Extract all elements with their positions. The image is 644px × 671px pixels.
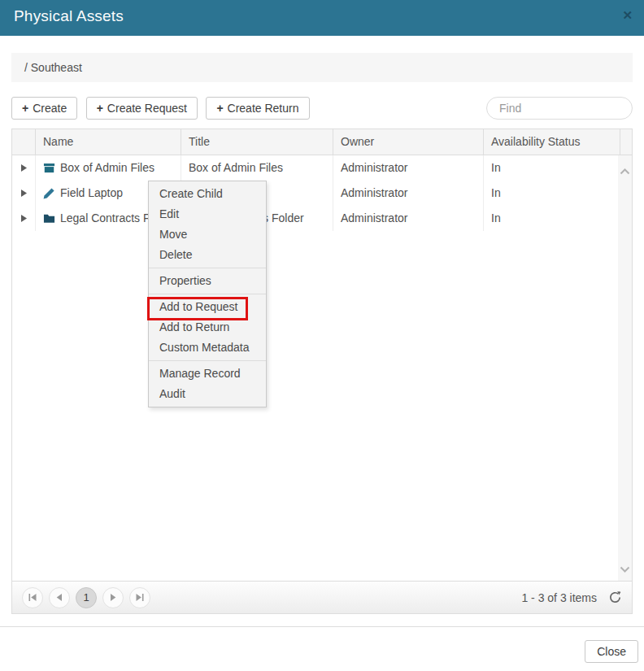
breadcrumb: / Southeast	[11, 53, 633, 82]
menu-item-move[interactable]: Move	[149, 224, 266, 245]
dialog-title: Physical Assets	[14, 7, 124, 25]
dialog-close-icon[interactable]: ✕	[622, 9, 633, 21]
refresh-icon	[608, 590, 622, 604]
create-request-button-label: Create Request	[107, 102, 187, 115]
scroll-down-icon[interactable]	[620, 561, 630, 573]
next-page-button[interactable]	[102, 587, 124, 608]
availability-cell: In	[484, 155, 620, 181]
last-page-icon	[136, 594, 144, 601]
archive-box-icon	[43, 162, 55, 174]
toolbar: +Create +Create Request +Create Return	[11, 97, 633, 120]
plus-icon: +	[22, 102, 28, 115]
asset-name: Box of Admin Files	[60, 155, 154, 181]
create-button[interactable]: +Create	[11, 97, 77, 120]
availability-cell: In	[484, 181, 620, 206]
table-row-field-laptop[interactable]: Field Laptop Field Laptop Administrator …	[12, 181, 632, 206]
asset-name: Field Laptop	[60, 181, 123, 206]
next-page-icon	[110, 594, 116, 601]
first-page-icon	[28, 594, 37, 601]
plus-icon: +	[216, 102, 223, 115]
expand-cell	[12, 181, 36, 206]
pencil-icon	[43, 187, 55, 199]
first-page-button[interactable]	[22, 587, 43, 608]
close-button[interactable]: Close	[585, 640, 638, 663]
menu-item-custom-metadata[interactable]: Custom Metadata	[149, 338, 266, 358]
grid-body: Box of Admin Files Box of Admin Files Ad…	[12, 155, 632, 581]
name-cell: Box of Admin Files	[36, 155, 181, 181]
menu-item-add-to-return[interactable]: Add to Return	[149, 317, 266, 338]
menu-item-audit[interactable]: Audit	[149, 384, 266, 404]
menu-item-manage-record[interactable]: Manage Record	[149, 364, 266, 384]
pager-bar: 1 1 - 3 of 3 items	[12, 581, 632, 613]
title-column-header[interactable]: Title	[181, 129, 333, 155]
grid-header: Name Title Owner Availability Status	[12, 129, 632, 155]
context-menu: Create Child Edit Move Delete Properties…	[148, 181, 267, 407]
owner-cell: Administrator	[333, 181, 484, 206]
refresh-button[interactable]	[608, 590, 622, 604]
expand-arrow-icon[interactable]	[21, 164, 27, 172]
vertical-scrollbar[interactable]	[618, 155, 632, 581]
menu-item-properties[interactable]: Properties	[149, 271, 266, 291]
assets-grid: Name Title Owner Availability Status Box…	[11, 129, 633, 614]
menu-item-create-child[interactable]: Create Child	[149, 184, 266, 204]
table-row-legal-contracts-folder[interactable]: Legal Contracts Folder Legal Contracts F…	[12, 206, 632, 231]
menu-separator	[149, 294, 266, 294]
last-page-button[interactable]	[129, 587, 150, 608]
scroll-up-icon[interactable]	[620, 163, 630, 175]
availability-cell: In	[484, 206, 620, 231]
header-filler	[620, 129, 632, 155]
expand-cell	[12, 155, 36, 181]
create-button-label: Create	[33, 102, 67, 115]
pager-status: 1 - 3 of 3 items	[521, 591, 597, 604]
expand-cell	[12, 206, 36, 231]
physical-assets-dialog: Physical Assets ✕ / Southeast +Create +C…	[0, 0, 644, 671]
menu-separator	[149, 268, 266, 268]
expand-column-header	[12, 129, 36, 155]
create-return-button[interactable]: +Create Return	[206, 97, 309, 120]
previous-page-button[interactable]	[49, 587, 70, 608]
previous-page-icon	[56, 594, 63, 601]
menu-item-add-to-request[interactable]: Add to Request	[149, 297, 266, 317]
find-input[interactable]	[486, 97, 633, 120]
menu-item-edit[interactable]: Edit	[149, 204, 266, 224]
footer-divider	[0, 626, 644, 627]
current-page-button[interactable]: 1	[76, 587, 97, 608]
expand-arrow-icon[interactable]	[21, 190, 27, 197]
menu-item-delete[interactable]: Delete	[149, 245, 266, 265]
create-request-button[interactable]: +Create Request	[86, 97, 198, 120]
plus-icon: +	[97, 102, 103, 115]
expand-arrow-icon[interactable]	[21, 215, 27, 222]
title-cell: Box of Admin Files	[181, 155, 333, 181]
folder-icon	[43, 212, 55, 224]
owner-cell: Administrator	[333, 206, 484, 231]
owner-column-header[interactable]: Owner	[333, 129, 484, 155]
dialog-titlebar: Physical Assets ✕	[0, 0, 644, 36]
owner-cell: Administrator	[333, 155, 484, 181]
table-row-box-of-admin-files[interactable]: Box of Admin Files Box of Admin Files Ad…	[12, 155, 632, 181]
name-column-header[interactable]: Name	[36, 129, 181, 155]
menu-separator	[149, 360, 266, 361]
availability-column-header[interactable]: Availability Status	[484, 129, 620, 155]
create-return-button-label: Create Return	[228, 102, 299, 115]
